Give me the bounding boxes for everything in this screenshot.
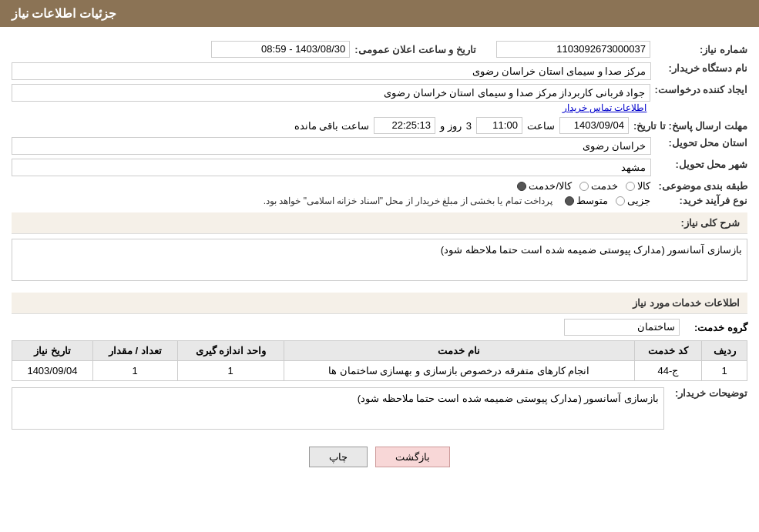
category-kala-khadamat-radio[interactable] bbox=[517, 182, 526, 191]
back-button[interactable]: بازگشت bbox=[375, 447, 450, 467]
delivery-province-label: استان محل تحویل: bbox=[655, 137, 747, 149]
page-title: جزئیات اطلاعات نیاز bbox=[12, 7, 116, 20]
col-date: تاریخ نیاز bbox=[12, 341, 93, 361]
category-row: طبقه بندی موضوعی: کالا/خدمت خدمت کالا bbox=[12, 180, 747, 192]
buyer-org-value-area: مرکز صدا و سیمای استان خراسان رضوی bbox=[12, 62, 651, 80]
purchase-note: پرداخت تمام یا بخشی از مبلغ خریدار از مح… bbox=[264, 196, 552, 206]
requester-row: ایجاد کننده درخواست: جواد فربانی کاربردا… bbox=[12, 84, 747, 113]
buyer-notes-value-area bbox=[12, 387, 664, 435]
service-group-row: گروه خدمت: ساختمان bbox=[12, 319, 747, 336]
delivery-city-value-area: مشهد bbox=[12, 159, 651, 176]
services-table-header: ردیف کد خدمت نام خدمت واحد اندازه گیری ت… bbox=[12, 341, 747, 361]
purchase-type-row: نوع فرآیند خرید: متوسط جزیی پرداخت تمام … bbox=[12, 195, 747, 206]
delivery-province-row: استان محل تحویل: خراسان رضوی bbox=[12, 137, 747, 155]
remaining-time-label: ساعت باقی مانده bbox=[294, 120, 369, 132]
delivery-province-value-area: خراسان رضوی bbox=[12, 137, 651, 155]
category-khadamat-label: خدمت bbox=[591, 180, 618, 192]
content-area: شماره نیاز: 1103092673000037 تاریخ و ساع… bbox=[0, 27, 759, 487]
purchase-mottasat-label: متوسط bbox=[576, 195, 608, 206]
services-table-body: 1ج-44انجام کارهای متفرقه درخصوص بازسازی … bbox=[12, 361, 747, 381]
buyer-org-value: مرکز صدا و سیمای استان خراسان رضوی bbox=[12, 62, 651, 80]
deadline-time-label: ساعت bbox=[527, 120, 555, 132]
page-header: جزئیات اطلاعات نیاز bbox=[0, 0, 759, 27]
purchase-type-label: نوع فرآیند خرید: bbox=[655, 195, 747, 206]
page-wrapper: جزئیات اطلاعات نیاز شماره نیاز: 11030926… bbox=[0, 0, 759, 532]
service-group-label: گروه خدمت: bbox=[686, 322, 747, 333]
purchase-mottasat-option[interactable]: متوسط bbox=[565, 195, 608, 206]
buyer-org-label: نام دستگاه خریدار: bbox=[655, 62, 747, 74]
requester-label: ایجاد کننده درخواست: bbox=[654, 84, 747, 95]
category-kala-option[interactable]: کالا bbox=[626, 180, 650, 192]
delivery-province-value: خراسان رضوی bbox=[12, 137, 651, 155]
delivery-city-value: مشهد bbox=[12, 159, 651, 176]
print-button[interactable]: چاپ bbox=[309, 447, 368, 467]
remaining-time-value: 22:25:13 bbox=[374, 117, 435, 134]
cell-quantity: 1 bbox=[92, 361, 177, 381]
deadline-row: مهلت ارسال پاسخ: تا تاریخ: 1403/09/04 سا… bbox=[12, 117, 747, 134]
delivery-city-row: شهر محل تحویل: مشهد bbox=[12, 159, 747, 176]
purchase-jozii-label: جزیی bbox=[627, 195, 650, 206]
table-row: 1ج-44انجام کارهای متفرقه درخصوص بازسازی … bbox=[12, 361, 747, 381]
category-radio-group: کالا/خدمت خدمت کالا bbox=[517, 180, 650, 192]
col-code: کد خدمت bbox=[634, 341, 702, 361]
category-khadamat-option[interactable]: خدمت bbox=[579, 180, 618, 192]
need-number-label: شماره نیاز: bbox=[655, 44, 747, 55]
deadline-time-value: 11:00 bbox=[476, 117, 522, 134]
col-name: نام خدمت bbox=[284, 341, 634, 361]
category-kala-radio[interactable] bbox=[626, 182, 635, 191]
purchase-mottasat-radio[interactable] bbox=[565, 196, 574, 206]
buyer-notes-section: توضیحات خریدار: bbox=[12, 387, 747, 435]
purchase-jozii-option[interactable]: جزیی bbox=[616, 195, 650, 206]
buyer-notes-textarea bbox=[12, 387, 664, 430]
category-kala-label: کالا bbox=[637, 180, 650, 192]
need-description-textarea bbox=[12, 239, 747, 281]
need-number-value: 1103092673000037 bbox=[496, 41, 650, 58]
category-khadamat-radio[interactable] bbox=[579, 182, 589, 191]
table-header-row: ردیف کد خدمت نام خدمت واحد اندازه گیری ت… bbox=[12, 341, 747, 361]
cell-row: 1 bbox=[702, 361, 747, 381]
purchase-type-radio-group: متوسط جزیی bbox=[565, 195, 650, 206]
need-description-section: شرح کلی نیاز: bbox=[12, 212, 747, 286]
deadline-label: مهلت ارسال پاسخ: تا تاریخ: bbox=[633, 120, 747, 132]
requester-value: جواد فربانی کاربرداز مرکز صدا و سیمای اس… bbox=[12, 84, 650, 102]
cell-code: ج-44 bbox=[634, 361, 702, 381]
button-row: بازگشت چاپ bbox=[12, 447, 747, 467]
services-label: اطلاعات خدمات مورد نیاز bbox=[633, 297, 740, 309]
need-description-label: شرح کلی نیاز: bbox=[680, 217, 740, 229]
col-row: ردیف bbox=[702, 341, 747, 361]
service-group-value: ساختمان bbox=[564, 319, 680, 336]
category-label: طبقه بندی موضوعی: bbox=[655, 180, 747, 192]
buyer-org-row: نام دستگاه خریدار: مرکز صدا و سیمای استا… bbox=[12, 62, 747, 80]
col-quantity: تعداد / مقدار bbox=[92, 341, 177, 361]
category-kala-khadamat-option[interactable]: کالا/خدمت bbox=[517, 180, 572, 192]
requester-value-area: جواد فربانی کاربرداز مرکز صدا و سیمای اس… bbox=[12, 84, 650, 113]
purchase-jozii-radio[interactable] bbox=[616, 196, 625, 206]
col-unit: واحد اندازه گیری bbox=[177, 341, 284, 361]
services-header: اطلاعات خدمات مورد نیاز bbox=[12, 293, 747, 314]
deadline-date: 1403/09/04 bbox=[559, 117, 629, 134]
need-description-header: شرح کلی نیاز: bbox=[12, 212, 747, 234]
delivery-city-label: شهر محل تحویل: bbox=[655, 159, 747, 170]
services-table: ردیف کد خدمت نام خدمت واحد اندازه گیری ت… bbox=[12, 340, 747, 381]
cell-unit: 1 bbox=[177, 361, 284, 381]
cell-name: انجام کارهای متفرقه درخصوص بازسازی و بهس… bbox=[284, 361, 634, 381]
requester-contact-link[interactable]: اطلاعات تماس خریدار bbox=[563, 102, 647, 113]
announce-date-value: 1403/08/30 - 08:59 bbox=[211, 41, 350, 58]
cell-date: 1403/09/04 bbox=[12, 361, 93, 381]
buyer-notes-label: توضیحات خریدار: bbox=[670, 387, 747, 399]
need-number-row: شماره نیاز: 1103092673000037 تاریخ و ساع… bbox=[12, 41, 747, 58]
deadline-days-value: 3 bbox=[466, 120, 472, 132]
announce-date-label: تاریخ و ساعت اعلان عمومی: bbox=[354, 44, 476, 55]
category-kala-khadamat-label: کالا/خدمت bbox=[529, 180, 572, 192]
deadline-days-label: روز و bbox=[440, 120, 462, 132]
services-section: اطلاعات خدمات مورد نیاز گروه خدمت: ساختم… bbox=[12, 293, 747, 381]
